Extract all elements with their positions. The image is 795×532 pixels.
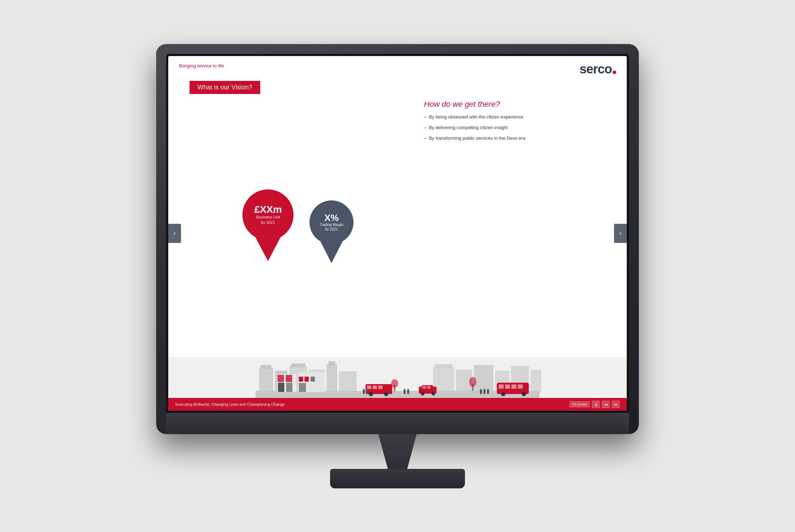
red-pin-label2: by 2021 (254, 220, 282, 225)
grey-pin-value: X% (320, 213, 344, 222)
svg-rect-28 (299, 377, 303, 382)
svg-point-57 (487, 389, 489, 394)
serco-logo: serco (580, 62, 616, 77)
vision-banner: What is our Vision? (190, 81, 260, 94)
fullscreen-button[interactable]: full screen (570, 401, 590, 407)
first-icon: ⏮ (604, 402, 608, 406)
print-button[interactable]: 🖨 (592, 401, 600, 408)
right-section: How do we get there? By being obsessed w… (421, 94, 627, 357)
svg-rect-20 (531, 370, 541, 393)
svg-point-55 (480, 389, 482, 394)
pins-section: £XXm Business Unit by 2021 (168, 94, 421, 357)
svg-point-61 (469, 377, 476, 387)
page-wrapper: ‹ › Bringing service to life serco What … (156, 44, 639, 488)
monitor-bottom-bar (166, 413, 629, 434)
svg-rect-17 (474, 365, 493, 393)
screen: ‹ › Bringing service to life serco What … (168, 56, 627, 411)
footer-text: Executing Brilliantly; Changing Lives an… (175, 402, 285, 406)
tagline: Bringing service to life (179, 63, 224, 68)
content-row: £XXm Business Unit by 2021 (168, 94, 627, 357)
svg-rect-15 (435, 364, 453, 368)
svg-rect-6 (261, 365, 272, 369)
svg-rect-41 (427, 386, 431, 389)
svg-marker-1 (255, 236, 281, 261)
slide-footer: Executing Brilliantly; Changing Lives an… (168, 398, 627, 411)
svg-point-59 (391, 379, 398, 388)
svg-rect-34 (373, 386, 377, 389)
bullet-item-3: By transforming public services in the D… (424, 135, 616, 142)
bullet-item-2: By delivering compelling citizen insight (424, 124, 616, 131)
svg-marker-3 (320, 242, 342, 263)
svg-point-53 (404, 389, 406, 394)
red-pin: £XXm Business Unit by 2021 (238, 187, 298, 261)
svg-rect-26 (286, 383, 292, 392)
svg-rect-5 (259, 368, 273, 393)
svg-point-43 (432, 392, 435, 395)
svg-rect-30 (311, 377, 315, 382)
grey-pin: X% Trading Margin by 2021 (305, 198, 358, 263)
footer-controls: full screen 🖨 ⏮ ⏭ (570, 401, 620, 408)
grey-pin-label1: Trading Margin (320, 222, 344, 227)
stand-neck (366, 434, 429, 470)
red-pin-label1: Business Unit (254, 215, 282, 220)
stand-base (330, 469, 465, 488)
svg-point-52 (366, 389, 368, 394)
city-svg (168, 357, 627, 398)
serco-logo-text: serco (580, 62, 612, 77)
first-slide-button[interactable]: ⏮ (602, 401, 610, 408)
svg-rect-9 (291, 364, 305, 367)
slide-header: Bringing service to life serco (168, 56, 627, 77)
svg-point-50 (522, 392, 526, 396)
svg-rect-45 (499, 384, 504, 389)
svg-point-37 (384, 392, 388, 396)
svg-rect-31 (299, 383, 306, 392)
bullet-list: By being obsessed with the citizen exper… (424, 114, 616, 146)
svg-rect-24 (286, 375, 292, 382)
svg-rect-48 (518, 384, 523, 389)
svg-rect-35 (378, 386, 383, 389)
svg-rect-29 (305, 377, 309, 382)
monitor-shell: ‹ › Bringing service to life serco What … (156, 44, 639, 434)
svg-rect-11 (327, 364, 337, 393)
svg-rect-40 (422, 386, 426, 389)
svg-point-42 (421, 392, 424, 395)
serco-logo-dot (613, 71, 616, 74)
svg-rect-23 (278, 375, 284, 382)
svg-rect-13 (339, 371, 357, 393)
svg-rect-47 (511, 384, 516, 389)
red-pin-value: £XXm (254, 205, 282, 215)
last-icon: ⏭ (614, 402, 618, 406)
stand-assembly (330, 434, 465, 488)
how-title: How do we get there? (424, 100, 616, 109)
svg-point-54 (407, 389, 409, 394)
svg-point-56 (483, 389, 486, 394)
svg-rect-12 (328, 361, 335, 366)
vision-wrap: What is our Vision? (168, 77, 627, 94)
bullet-item-1: By being obsessed with the citizen exper… (424, 114, 616, 120)
svg-point-36 (369, 392, 373, 396)
svg-rect-46 (505, 384, 510, 389)
svg-point-51 (363, 389, 365, 394)
last-slide-button[interactable]: ⏭ (612, 401, 620, 408)
grey-pin-label2: by 2021 (320, 227, 344, 232)
monitor-bezel: ‹ › Bringing service to life serco What … (166, 54, 629, 413)
nav-left-arrow[interactable]: ‹ (168, 224, 181, 243)
svg-point-49 (501, 392, 505, 396)
city-illustration (168, 357, 627, 398)
nav-right-arrow[interactable]: › (614, 224, 627, 243)
svg-rect-25 (278, 383, 284, 392)
svg-rect-33 (367, 386, 371, 389)
print-icon: 🖨 (594, 402, 598, 406)
